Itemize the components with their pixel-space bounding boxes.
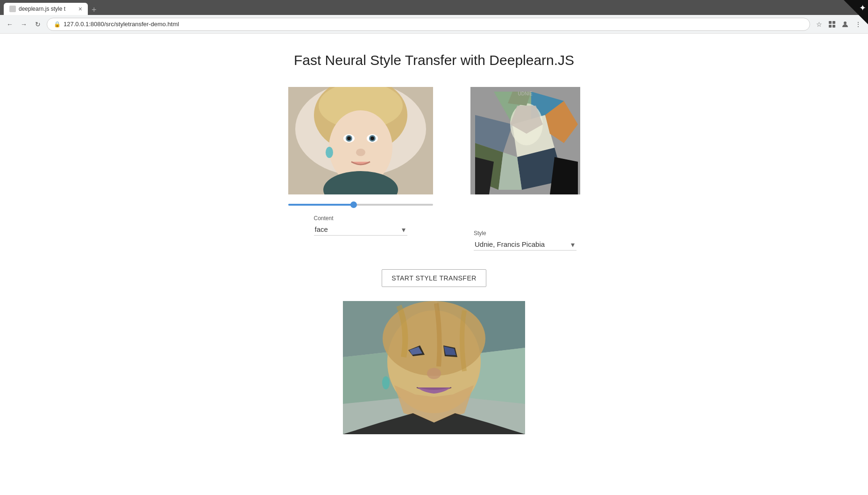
- address-input[interactable]: 🔒 127.0.0.1:8080/src/styletransfer-demo.…: [47, 18, 810, 31]
- content-dropdown-wrapper: face cat landscape ▾: [314, 223, 407, 236]
- svg-rect-0: [829, 21, 832, 24]
- slider-wrap: [288, 199, 433, 208]
- content-slider[interactable]: [288, 204, 433, 206]
- reload-button[interactable]: ↻: [33, 19, 43, 29]
- result-image-svg: [343, 301, 525, 434]
- content-image-section: Content face cat landscape ▾: [288, 87, 433, 236]
- back-button[interactable]: ←: [5, 19, 15, 29]
- svg-rect-3: [832, 25, 835, 28]
- style-dropdown-section: Style Udnie, Francis Picabia Starry Nigh…: [474, 230, 576, 251]
- svg-point-15: [370, 136, 374, 140]
- svg-rect-1: [832, 21, 835, 24]
- svg-rect-2: [829, 25, 832, 28]
- svg-point-49: [382, 376, 390, 389]
- menu-icon[interactable]: ⋮: [853, 19, 863, 29]
- style-select[interactable]: Udnie, Francis Picabia Starry Night Scre…: [474, 238, 576, 251]
- style-dropdown-spacer: Style Udnie, Francis Picabia Starry Nigh…: [474, 230, 576, 251]
- tab-favicon: [9, 6, 16, 12]
- svg-point-4: [844, 22, 847, 24]
- result-image-wrap: [343, 301, 525, 434]
- svg-point-46: [427, 368, 441, 379]
- tab-close-button[interactable]: ×: [78, 5, 82, 13]
- lock-icon: 🔒: [54, 21, 61, 28]
- face-image-svg: [288, 87, 433, 194]
- url-text: 127.0.0.1:8080/src/styletransfer-demo.ht…: [64, 21, 179, 28]
- page-title: Fast Neural Style Transfer with Deeplear…: [294, 52, 574, 68]
- images-row: Content face cat landscape ▾: [288, 87, 580, 251]
- style-label: Style: [474, 230, 576, 237]
- browser-window: deeplearn.js style t × + ✦ ← → ↻ 🔒 127.0…: [0, 0, 868, 462]
- content-image: [288, 87, 433, 194]
- page-content: Fast Neural Style Transfer with Deeplear…: [0, 34, 868, 462]
- svg-point-18: [326, 147, 333, 158]
- extensions-icon[interactable]: [827, 19, 837, 29]
- forward-button[interactable]: →: [19, 19, 29, 29]
- address-bar-row: ← → ↻ 🔒 127.0.0.1:8080/src/styletransfer…: [0, 15, 868, 34]
- svg-point-12: [347, 136, 351, 140]
- svg-point-16: [356, 149, 365, 156]
- user-icon[interactable]: [840, 19, 850, 29]
- content-select[interactable]: face cat landscape: [314, 223, 407, 236]
- toolbar-icons: ☆ ⋮: [814, 19, 863, 29]
- style-image-section: UDNIE Style Udnie, Francis Picabia Starr…: [470, 87, 580, 251]
- tab-bar: deeplearn.js style t × + ✦: [0, 0, 868, 15]
- style-image-svg: UDNIE: [470, 87, 580, 194]
- svg-point-41: [383, 301, 485, 376]
- corner-icon: ✦: [859, 3, 866, 13]
- style-dropdown-wrapper: Udnie, Francis Picabia Starry Night Scre…: [474, 238, 576, 251]
- start-style-transfer-button[interactable]: START STYLE TRANSFER: [382, 269, 486, 287]
- svg-text:UDNIE: UDNIE: [518, 91, 532, 96]
- active-tab[interactable]: deeplearn.js style t ×: [4, 3, 88, 15]
- style-image: UDNIE: [470, 87, 580, 194]
- content-dropdown-section: Content face cat landscape ▾: [314, 215, 407, 236]
- tab-title: deeplearn.js style t: [19, 6, 65, 12]
- new-tab-button[interactable]: +: [92, 5, 97, 15]
- star-icon[interactable]: ☆: [814, 19, 824, 29]
- content-label: Content: [314, 215, 407, 222]
- svg-marker-31: [550, 157, 578, 194]
